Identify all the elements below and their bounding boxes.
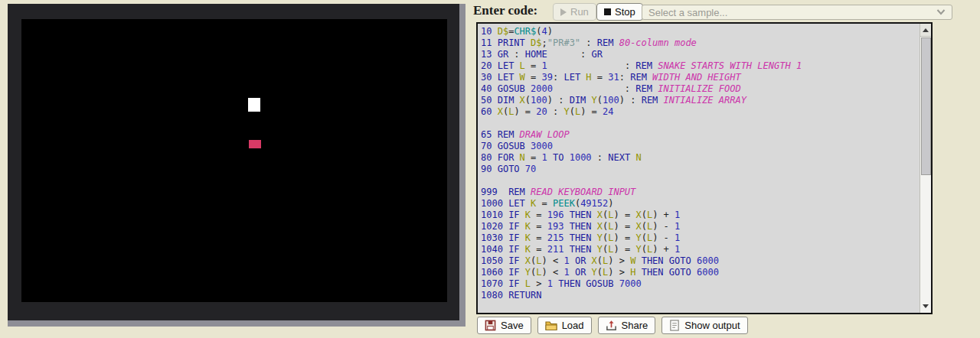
scroll-up-icon bbox=[923, 28, 929, 32]
white-pixel bbox=[248, 98, 260, 112]
code-content: 10 D$=CHR$(4)11 PRINT D$;"PR#3" : REM 80… bbox=[478, 24, 920, 313]
scroll-down-icon bbox=[923, 304, 929, 308]
share-button-label: Share bbox=[622, 320, 648, 331]
actions-bar: Save Load Share Show output bbox=[477, 317, 748, 334]
code-line: 80 FOR N = 1 TO 1000 : NEXT N bbox=[481, 152, 920, 164]
code-line: 20 LET L = 1 : REM SNAKE STARTS WITH LEN… bbox=[481, 60, 920, 72]
save-button[interactable]: Save bbox=[477, 317, 531, 334]
scroll-up-button[interactable] bbox=[920, 24, 931, 37]
stop-icon bbox=[604, 8, 611, 15]
code-line: 90 GOTO 70 bbox=[481, 164, 920, 175]
toolbar: Enter code: Run Stop Select a sample... bbox=[472, 0, 980, 22]
code-editor[interactable]: 10 D$=CHR$(4)11 PRINT D$;"PR#3" : REM 80… bbox=[476, 22, 933, 314]
code-line: 70 GOSUB 3000 bbox=[481, 141, 920, 152]
floppy-disk-icon bbox=[485, 320, 496, 331]
code-line: 1050 IF X(L) < 1 OR X(L) > W THEN GOTO 6… bbox=[481, 255, 920, 267]
chevron-down-icon bbox=[936, 9, 946, 15]
play-icon bbox=[560, 8, 567, 16]
show-output-button-label: Show output bbox=[684, 320, 740, 331]
scrollbar[interactable] bbox=[920, 24, 931, 313]
code-line: 999 REM READ KEYBOARD INPUT bbox=[481, 187, 920, 198]
code-line: 1060 IF Y(L) < 1 OR Y(L) > H THEN GOTO 6… bbox=[481, 267, 920, 278]
sample-select[interactable]: Select a sample... bbox=[642, 5, 952, 20]
monitor-bezel bbox=[8, 4, 466, 327]
pink-pixel bbox=[249, 140, 261, 148]
run-button[interactable]: Run bbox=[553, 3, 596, 21]
sample-select-placeholder: Select a sample... bbox=[648, 7, 936, 18]
run-button-label: Run bbox=[570, 6, 589, 18]
code-line: 1010 IF K = 196 THEN X(L) = X(L) + 1 bbox=[481, 210, 920, 221]
code-line: 40 GOSUB 2000 : REM INITIALIZE FOOD bbox=[481, 83, 920, 95]
code-line: 1040 IF K = 211 THEN Y(L) = Y(L) + 1 bbox=[481, 244, 920, 255]
load-button[interactable]: Load bbox=[537, 317, 592, 334]
code-line bbox=[481, 175, 920, 187]
load-button-label: Load bbox=[562, 320, 584, 331]
code-line: 65 REM DRAW LOOP bbox=[481, 129, 920, 141]
document-icon bbox=[669, 320, 680, 331]
code-line: 1000 LET K = PEEK(49152) bbox=[481, 198, 920, 210]
code-line: 13 GR : HOME : GR bbox=[481, 49, 920, 60]
scroll-down-button[interactable] bbox=[920, 301, 931, 310]
folder-icon bbox=[545, 320, 557, 331]
code-line: 1070 IF L > 1 THEN GOSUB 7000 bbox=[481, 278, 920, 290]
code-line: 1020 IF K = 193 THEN X(L) = X(L) - 1 bbox=[481, 221, 920, 232]
code-line: 60 X(L) = 20 : Y(L) = 24 bbox=[481, 106, 920, 118]
app: Enter code: Run Stop Select a sample... … bbox=[0, 0, 980, 338]
code-line: 1080 RETURN bbox=[481, 290, 920, 301]
code-line: 10 D$=CHR$(4) bbox=[481, 26, 920, 37]
code-line bbox=[481, 118, 920, 129]
code-line bbox=[481, 301, 920, 313]
stop-button[interactable]: Stop bbox=[596, 3, 643, 21]
show-output-button[interactable]: Show output bbox=[662, 317, 747, 334]
code-line: 30 LET W = 39: LET H = 31: REM WIDTH AND… bbox=[481, 72, 920, 83]
code-line: 50 DIM X(100) : DIM Y(100) : REM INTIALI… bbox=[481, 95, 920, 106]
enter-code-label: Enter code: bbox=[473, 3, 537, 18]
apple2-screen bbox=[21, 19, 447, 302]
share-button[interactable]: Share bbox=[598, 317, 656, 334]
code-line: 1030 IF K = 215 THEN Y(L) = Y(L) - 1 bbox=[481, 232, 920, 244]
code-line: 11 PRINT D$;"PR#3" : REM 80-column mode bbox=[481, 37, 920, 49]
save-button-label: Save bbox=[501, 320, 524, 331]
stop-button-label: Stop bbox=[615, 6, 635, 18]
scroll-thumb[interactable] bbox=[921, 37, 931, 175]
share-upload-icon bbox=[606, 320, 617, 331]
